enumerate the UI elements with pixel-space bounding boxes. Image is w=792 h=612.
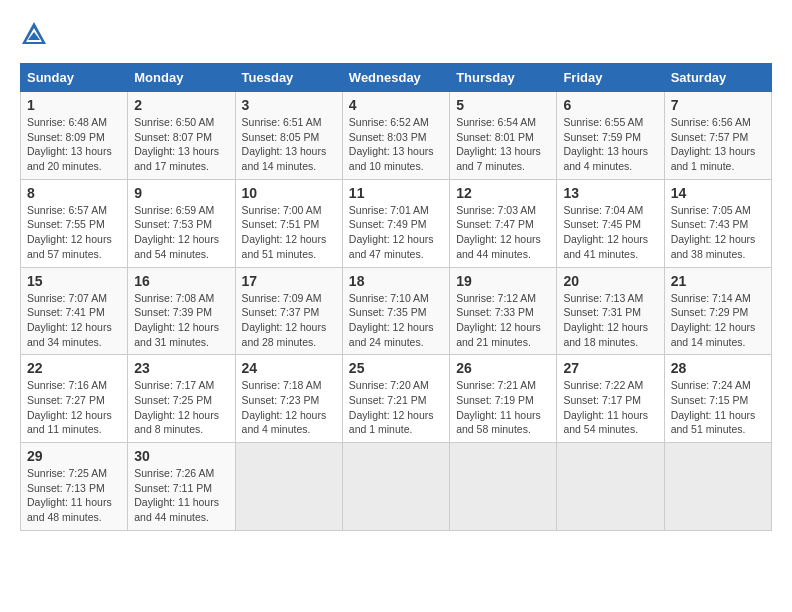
day-info: Sunrise: 7:21 AM Sunset: 7:19 PM Dayligh… (456, 378, 550, 437)
day-number: 10 (242, 185, 336, 201)
calendar-cell: 1 Sunrise: 6:48 AM Sunset: 8:09 PM Dayli… (21, 92, 128, 180)
calendar-cell: 10 Sunrise: 7:00 AM Sunset: 7:51 PM Dayl… (235, 179, 342, 267)
day-info: Sunrise: 7:22 AM Sunset: 7:17 PM Dayligh… (563, 378, 657, 437)
day-number: 11 (349, 185, 443, 201)
calendar-cell: 24 Sunrise: 7:18 AM Sunset: 7:23 PM Dayl… (235, 355, 342, 443)
day-number: 17 (242, 273, 336, 289)
day-info: Sunrise: 7:09 AM Sunset: 7:37 PM Dayligh… (242, 291, 336, 350)
calendar-cell: 28 Sunrise: 7:24 AM Sunset: 7:15 PM Dayl… (664, 355, 771, 443)
calendar-cell (664, 443, 771, 531)
day-number: 9 (134, 185, 228, 201)
day-number: 29 (27, 448, 121, 464)
col-header-thursday: Thursday (450, 64, 557, 92)
calendar-cell: 20 Sunrise: 7:13 AM Sunset: 7:31 PM Dayl… (557, 267, 664, 355)
day-number: 22 (27, 360, 121, 376)
day-info: Sunrise: 7:05 AM Sunset: 7:43 PM Dayligh… (671, 203, 765, 262)
logo-icon (20, 20, 48, 48)
day-info: Sunrise: 6:48 AM Sunset: 8:09 PM Dayligh… (27, 115, 121, 174)
calendar-cell: 30 Sunrise: 7:26 AM Sunset: 7:11 PM Dayl… (128, 443, 235, 531)
day-info: Sunrise: 6:55 AM Sunset: 7:59 PM Dayligh… (563, 115, 657, 174)
calendar-cell: 22 Sunrise: 7:16 AM Sunset: 7:27 PM Dayl… (21, 355, 128, 443)
day-number: 7 (671, 97, 765, 113)
calendar-cell: 17 Sunrise: 7:09 AM Sunset: 7:37 PM Dayl… (235, 267, 342, 355)
day-number: 5 (456, 97, 550, 113)
calendar-cell (557, 443, 664, 531)
page-header (20, 20, 772, 48)
calendar-cell: 13 Sunrise: 7:04 AM Sunset: 7:45 PM Dayl… (557, 179, 664, 267)
day-info: Sunrise: 7:01 AM Sunset: 7:49 PM Dayligh… (349, 203, 443, 262)
calendar-cell: 18 Sunrise: 7:10 AM Sunset: 7:35 PM Dayl… (342, 267, 449, 355)
col-header-monday: Monday (128, 64, 235, 92)
day-info: Sunrise: 6:56 AM Sunset: 7:57 PM Dayligh… (671, 115, 765, 174)
calendar-cell: 7 Sunrise: 6:56 AM Sunset: 7:57 PM Dayli… (664, 92, 771, 180)
day-number: 18 (349, 273, 443, 289)
day-number: 6 (563, 97, 657, 113)
day-number: 21 (671, 273, 765, 289)
calendar-cell: 3 Sunrise: 6:51 AM Sunset: 8:05 PM Dayli… (235, 92, 342, 180)
day-info: Sunrise: 7:00 AM Sunset: 7:51 PM Dayligh… (242, 203, 336, 262)
day-info: Sunrise: 7:12 AM Sunset: 7:33 PM Dayligh… (456, 291, 550, 350)
day-number: 1 (27, 97, 121, 113)
day-info: Sunrise: 7:10 AM Sunset: 7:35 PM Dayligh… (349, 291, 443, 350)
day-info: Sunrise: 6:57 AM Sunset: 7:55 PM Dayligh… (27, 203, 121, 262)
day-number: 19 (456, 273, 550, 289)
col-header-saturday: Saturday (664, 64, 771, 92)
calendar-cell: 19 Sunrise: 7:12 AM Sunset: 7:33 PM Dayl… (450, 267, 557, 355)
calendar-cell: 23 Sunrise: 7:17 AM Sunset: 7:25 PM Dayl… (128, 355, 235, 443)
day-number: 12 (456, 185, 550, 201)
calendar-cell: 14 Sunrise: 7:05 AM Sunset: 7:43 PM Dayl… (664, 179, 771, 267)
calendar-cell: 9 Sunrise: 6:59 AM Sunset: 7:53 PM Dayli… (128, 179, 235, 267)
day-info: Sunrise: 6:51 AM Sunset: 8:05 PM Dayligh… (242, 115, 336, 174)
day-info: Sunrise: 7:24 AM Sunset: 7:15 PM Dayligh… (671, 378, 765, 437)
calendar-cell: 12 Sunrise: 7:03 AM Sunset: 7:47 PM Dayl… (450, 179, 557, 267)
logo (20, 20, 52, 48)
day-number: 20 (563, 273, 657, 289)
calendar-cell: 8 Sunrise: 6:57 AM Sunset: 7:55 PM Dayli… (21, 179, 128, 267)
calendar-cell: 21 Sunrise: 7:14 AM Sunset: 7:29 PM Dayl… (664, 267, 771, 355)
day-info: Sunrise: 7:26 AM Sunset: 7:11 PM Dayligh… (134, 466, 228, 525)
day-number: 24 (242, 360, 336, 376)
day-info: Sunrise: 6:59 AM Sunset: 7:53 PM Dayligh… (134, 203, 228, 262)
day-info: Sunrise: 7:18 AM Sunset: 7:23 PM Dayligh… (242, 378, 336, 437)
day-number: 16 (134, 273, 228, 289)
day-info: Sunrise: 7:13 AM Sunset: 7:31 PM Dayligh… (563, 291, 657, 350)
day-info: Sunrise: 7:04 AM Sunset: 7:45 PM Dayligh… (563, 203, 657, 262)
col-header-friday: Friday (557, 64, 664, 92)
calendar-cell: 16 Sunrise: 7:08 AM Sunset: 7:39 PM Dayl… (128, 267, 235, 355)
day-number: 30 (134, 448, 228, 464)
day-number: 8 (27, 185, 121, 201)
col-header-sunday: Sunday (21, 64, 128, 92)
calendar-cell: 29 Sunrise: 7:25 AM Sunset: 7:13 PM Dayl… (21, 443, 128, 531)
day-number: 14 (671, 185, 765, 201)
day-info: Sunrise: 7:08 AM Sunset: 7:39 PM Dayligh… (134, 291, 228, 350)
calendar-cell (235, 443, 342, 531)
day-number: 25 (349, 360, 443, 376)
day-number: 27 (563, 360, 657, 376)
calendar-cell: 15 Sunrise: 7:07 AM Sunset: 7:41 PM Dayl… (21, 267, 128, 355)
day-info: Sunrise: 7:07 AM Sunset: 7:41 PM Dayligh… (27, 291, 121, 350)
day-number: 26 (456, 360, 550, 376)
calendar-cell: 2 Sunrise: 6:50 AM Sunset: 8:07 PM Dayli… (128, 92, 235, 180)
day-number: 2 (134, 97, 228, 113)
col-header-tuesday: Tuesday (235, 64, 342, 92)
calendar-cell: 27 Sunrise: 7:22 AM Sunset: 7:17 PM Dayl… (557, 355, 664, 443)
day-info: Sunrise: 7:25 AM Sunset: 7:13 PM Dayligh… (27, 466, 121, 525)
calendar-cell: 11 Sunrise: 7:01 AM Sunset: 7:49 PM Dayl… (342, 179, 449, 267)
calendar-table: SundayMondayTuesdayWednesdayThursdayFrid… (20, 63, 772, 531)
day-info: Sunrise: 7:20 AM Sunset: 7:21 PM Dayligh… (349, 378, 443, 437)
day-info: Sunrise: 7:03 AM Sunset: 7:47 PM Dayligh… (456, 203, 550, 262)
day-info: Sunrise: 6:54 AM Sunset: 8:01 PM Dayligh… (456, 115, 550, 174)
day-number: 3 (242, 97, 336, 113)
day-info: Sunrise: 7:14 AM Sunset: 7:29 PM Dayligh… (671, 291, 765, 350)
calendar-cell (342, 443, 449, 531)
day-info: Sunrise: 7:17 AM Sunset: 7:25 PM Dayligh… (134, 378, 228, 437)
calendar-cell (450, 443, 557, 531)
calendar-cell: 4 Sunrise: 6:52 AM Sunset: 8:03 PM Dayli… (342, 92, 449, 180)
day-number: 15 (27, 273, 121, 289)
col-header-wednesday: Wednesday (342, 64, 449, 92)
calendar-cell: 25 Sunrise: 7:20 AM Sunset: 7:21 PM Dayl… (342, 355, 449, 443)
day-info: Sunrise: 6:50 AM Sunset: 8:07 PM Dayligh… (134, 115, 228, 174)
day-number: 4 (349, 97, 443, 113)
calendar-cell: 6 Sunrise: 6:55 AM Sunset: 7:59 PM Dayli… (557, 92, 664, 180)
day-info: Sunrise: 7:16 AM Sunset: 7:27 PM Dayligh… (27, 378, 121, 437)
